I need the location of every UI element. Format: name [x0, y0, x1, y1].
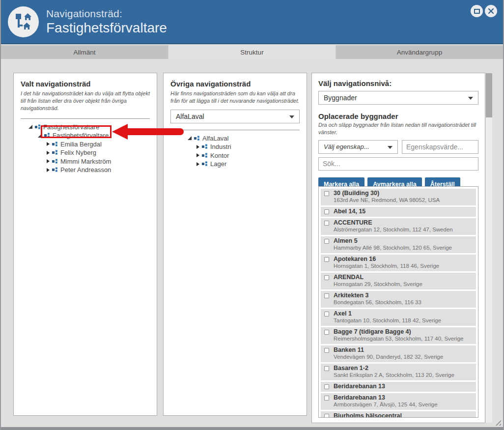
- building-name: Abel 14, 15: [334, 208, 473, 215]
- building-item[interactable]: ARENDAL Hornsgatan 29, Stockholm, Sverig…: [321, 273, 476, 289]
- building-item[interactable]: Basaren 1-2 Sankt Eriksplan 2 A, Stockho…: [321, 364, 476, 380]
- tree-item-label: Peter Andreasson: [60, 166, 111, 173]
- building-name: ACCENTURE: [334, 220, 473, 226]
- search-input[interactable]: [318, 157, 478, 171]
- navigation-level-dropdown[interactable]: Byggnader: [318, 91, 478, 105]
- navigation-level-value: Byggnader: [324, 94, 357, 102]
- search-row: [318, 157, 478, 171]
- building-item[interactable]: Banken 11 Vendevägen 90, Danderyd, 182 3…: [321, 345, 476, 362]
- tree-houses-icon: [14, 12, 33, 31]
- tree-item-label: Mimmi Markström: [60, 158, 111, 165]
- tab-anvandargrupp[interactable]: Användargrupp: [336, 45, 503, 59]
- tree-node-icon: [194, 136, 200, 141]
- building-item[interactable]: Arkitekten 3 Bondegatan 56, Stockholm, 1…: [321, 291, 476, 308]
- building-name: Beridarebanan 13: [334, 383, 473, 390]
- building-address: Hammarby Allé 98, Stockholm, 120 65, Sve…: [334, 245, 473, 251]
- expand-icon[interactable]: [47, 142, 50, 146]
- collapse-icon[interactable]: [28, 125, 32, 129]
- building-checkbox[interactable]: [324, 239, 329, 244]
- tab-struktur[interactable]: Struktur: [168, 45, 336, 59]
- building-item[interactable]: 30 (Building 30) 163rd Ave NE, Redmond, …: [321, 189, 476, 205]
- tree-select-dropdown[interactable]: AlfaLaval: [170, 110, 300, 123]
- building-item[interactable]: Almen 5 Hammarby Allé 98, Stockholm, 120…: [321, 236, 476, 253]
- tree-item-lager[interactable]: Lager: [170, 160, 300, 169]
- building-checkbox[interactable]: [324, 312, 329, 316]
- tree-item-mimmi-markstrom[interactable]: Mimmi Markström: [21, 157, 150, 166]
- expand-icon[interactable]: [47, 159, 50, 163]
- building-checkbox[interactable]: [324, 396, 329, 401]
- tree-item-fastighetsforvaltare-sub[interactable]: Fastighetsförvaltare: [21, 131, 150, 140]
- tree-item-felix-nyberg[interactable]: Felix Nyberg: [21, 148, 150, 157]
- tree-item-alfalaval-root[interactable]: AlfaLaval: [170, 134, 300, 143]
- building-checkbox[interactable]: [324, 414, 329, 418]
- tree-item-label: Fastighetsförvaltare: [53, 132, 109, 139]
- building-checkbox[interactable]: [324, 348, 329, 353]
- tree-node-icon: [52, 142, 58, 147]
- tree-item-label: Emilia Bergdal: [60, 141, 102, 148]
- building-name: Basaren 1-2: [334, 365, 473, 372]
- tree-item-fastighetsforvaltare-root[interactable]: Fastighetsförvaltare: [21, 123, 150, 132]
- vertical-scrollbar[interactable]: [486, 73, 492, 423]
- building-checkbox[interactable]: [324, 275, 329, 280]
- dialog-title: Navigationsträd: Fastighetsförvaltare: [46, 7, 167, 36]
- property-value-input[interactable]: [402, 140, 478, 154]
- building-item[interactable]: Apotekaren 16 Hornsgatan 1, Stockholm, 1…: [321, 255, 476, 271]
- tree-node-icon: [52, 167, 58, 172]
- building-name: Bagge 7 (tidigare Bagge 4): [334, 329, 473, 335]
- expand-icon[interactable]: [47, 168, 50, 172]
- selected-navigation-tree: Fastighetsförvaltare Fastighetsförvaltar…: [21, 123, 150, 174]
- filter-row: Välj egenskap...: [318, 140, 478, 154]
- building-item[interactable]: Bagge 7 (tidigare Bagge 4) Reimersholmsg…: [321, 327, 476, 344]
- window-bottom-edge: [1, 427, 503, 430]
- tree-item-emilia-bergdal[interactable]: Emilia Bergdal: [21, 140, 150, 149]
- dialog-window: Navigationsträd: Fastighetsförvaltare Al…: [0, 0, 504, 430]
- building-address: Vendevägen 90, Danderyd, 182 32, Sverige: [334, 354, 473, 360]
- building-item[interactable]: Beridarebanan 13 Armborstvägen 7, Älvsjö…: [321, 393, 476, 410]
- other-navigation-tree: AlfaLaval Industri Kontor Lager: [170, 134, 300, 169]
- tree-item-kontor[interactable]: Kontor: [170, 151, 300, 160]
- building-address: Armborstvägen 7, Älvsjö, 125 44, Sverige: [334, 401, 473, 408]
- building-name: Beridarebanan 13: [334, 395, 473, 401]
- unplaced-buildings-description: Dra och släpp byggnader från listan neda…: [318, 121, 478, 136]
- building-name: Banken 11: [334, 347, 473, 353]
- resize-handle-icon[interactable]: [494, 418, 501, 426]
- building-checkbox[interactable]: [324, 191, 329, 196]
- building-item[interactable]: Abel 14, 15: [321, 207, 476, 217]
- tree-node-icon: [52, 150, 58, 155]
- building-checkbox[interactable]: [324, 384, 329, 389]
- tree-item-peter-andreasson[interactable]: Peter Andreasson: [21, 166, 150, 174]
- collapse-icon[interactable]: [38, 134, 42, 138]
- building-checkbox[interactable]: [324, 293, 329, 298]
- unplaced-buildings-panel: Välj navigationsnivå: Byggnader Oplacera…: [311, 73, 485, 423]
- building-item[interactable]: ACCENTURE Alströmergatan 12, Stockholm, …: [321, 218, 476, 235]
- building-address: Tantogatan 10, Stockholm, 118 42, Sverig…: [334, 317, 473, 324]
- building-item[interactable]: Axel 1 Tantogatan 10, Stockholm, 118 42,…: [321, 309, 476, 326]
- building-address: Hornsgatan 29, Stockholm, Sverige: [334, 281, 473, 287]
- building-address: Alströmergatan 12, Stockholm, 112 47, Sw…: [334, 227, 473, 233]
- building-checkbox[interactable]: [324, 366, 329, 371]
- building-item[interactable]: Bjurholms hälsocentral Storgatan 16, Bju…: [321, 411, 476, 418]
- building-checkbox[interactable]: [324, 221, 329, 226]
- divider: [21, 118, 150, 119]
- expand-icon[interactable]: [196, 153, 199, 157]
- building-item[interactable]: Beridarebanan 13: [321, 382, 476, 392]
- close-button[interactable]: [485, 5, 497, 17]
- building-checkbox[interactable]: [324, 330, 329, 335]
- building-checkbox[interactable]: [324, 257, 329, 262]
- window-controls: [471, 5, 497, 17]
- expand-icon[interactable]: [196, 162, 199, 166]
- expand-icon[interactable]: [47, 151, 50, 155]
- tree-item-label: AlfaLaval: [202, 135, 228, 142]
- tree-item-industri[interactable]: Industri: [170, 143, 300, 151]
- scrollbar-thumb[interactable]: [486, 73, 492, 117]
- tree-item-label: Felix Nyberg: [60, 149, 96, 156]
- maximize-button[interactable]: [471, 5, 483, 17]
- collapse-icon[interactable]: [188, 136, 192, 140]
- expand-icon[interactable]: [196, 145, 199, 149]
- divider: [170, 130, 300, 130]
- tab-allmant[interactable]: Allmänt: [1, 45, 168, 59]
- building-checkbox[interactable]: [324, 209, 329, 214]
- dialog-title-main: Fastighetsförvaltare: [46, 20, 167, 36]
- property-dropdown[interactable]: Välj egenskap...: [318, 140, 398, 154]
- tree-item-label: Kontor: [210, 152, 229, 159]
